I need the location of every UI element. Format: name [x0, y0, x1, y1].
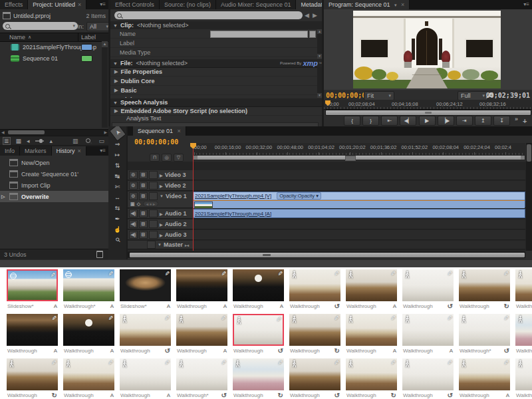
metadata-schema-row[interactable]: ▶Dublin Core — [110, 76, 317, 86]
ripple-edit-tool[interactable]: ↦ — [112, 150, 124, 160]
edit-pencil-icon[interactable]: ✎ — [277, 360, 283, 365]
edit-pencil-icon[interactable]: ✎ — [446, 360, 453, 365]
track-content-video-2[interactable] — [193, 181, 525, 191]
tab-effects[interactable]: Effects — [0, 0, 28, 9]
tab-project-untitled[interactable]: Project: Untitled× — [28, 0, 86, 9]
tab-info[interactable]: Info — [0, 146, 20, 156]
sync-lock-icon[interactable]: ⊟ — [139, 171, 148, 179]
snapshot-cell[interactable]: ✎WalkthroughA — [402, 314, 454, 355]
snapshot-thumbnail[interactable]: ✎ — [63, 314, 114, 346]
lock-toggle[interactable] — [149, 231, 158, 239]
eye-icon[interactable]: ⊙ — [129, 182, 138, 190]
project-search-input[interactable]: ▾ — [3, 22, 78, 30]
snapshot-thumbnail[interactable]: ✎ — [233, 269, 284, 301]
close-icon[interactable]: × — [78, 1, 81, 8]
timeline-ruler[interactable]: 00;0000;00;16;0000;00;32;0000;00;48;0000… — [193, 143, 525, 156]
snapshot-cell[interactable]: ✎Walkthrough↻ — [346, 358, 397, 399]
tab-metadat[interactable]: Metadat — [296, 0, 322, 9]
button-overflow-icon[interactable]: » — [515, 116, 518, 122]
sync-lock-icon[interactable]: ⊟ — [139, 231, 148, 239]
go-to-in-button[interactable]: ⇤ — [381, 116, 398, 126]
snapshot-thumbnail[interactable]: ✎ — [63, 358, 114, 390]
snapshot-thumbnail[interactable]: ✎ — [346, 358, 397, 390]
lock-toggle[interactable] — [147, 241, 156, 249]
lift-button[interactable]: ↥ — [475, 116, 491, 126]
close-icon[interactable]: × — [178, 128, 181, 134]
edit-pencil-icon[interactable]: ✎ — [446, 315, 453, 321]
snapshot-cell[interactable]: ✎WalkthroughA — [63, 314, 114, 355]
snapshot-thumbnail[interactable]: ✎ — [289, 314, 340, 346]
snapshot-thumbnail[interactable]: ✎ — [515, 314, 532, 346]
panel-menu-icon[interactable]: ▾≡ — [521, 0, 532, 9]
column-label[interactable]: Label — [81, 34, 96, 41]
panel-menu-icon[interactable]: ▾≡ — [97, 0, 108, 9]
snapshot-thumbnail[interactable]: ✎ — [120, 269, 171, 301]
edit-pencil-icon[interactable]: ✎ — [503, 360, 509, 365]
panel-menu-icon[interactable]: ▾≡ — [97, 146, 108, 156]
playhead-line[interactable] — [193, 143, 194, 251]
snapshot-cell[interactable]: ✎WalkthroughA — [176, 314, 227, 355]
snapshot-thumbnail[interactable]: ✎ — [120, 358, 171, 390]
history-item[interactable]: New/Open — [0, 157, 108, 168]
snapshot-cell[interactable]: ✎Slideshow*A — [7, 269, 58, 311]
track-header-video-2[interactable]: ⊙⊟▶Video 2 — [128, 181, 193, 191]
snapshot-cell[interactable]: ✎WalkthroughA — [63, 358, 114, 399]
snapshot-cell[interactable]: ✎Walkthrough — [515, 269, 532, 311]
snapshot-cell[interactable]: ✎Walkthrough↻ — [289, 314, 340, 355]
snapshot-thumbnail[interactable]: ✎ — [346, 269, 397, 301]
snapshot-cell[interactable]: ✎Walkthrough↺ — [402, 358, 454, 399]
zoom-out-icon[interactable]: ◂ — [27, 138, 30, 144]
tab-source-no-clips-[interactable]: Source: (no clips) — [160, 0, 216, 9]
list-view-icon[interactable]: ≣ — [3, 137, 11, 145]
timeline-current-timecode[interactable]: 00;00;00;00 — [134, 138, 178, 146]
track-expand-arrow[interactable]: ▶ — [160, 233, 163, 237]
rolling-edit-tool[interactable]: ⇅ — [112, 160, 124, 170]
program-scrollbar[interactable] — [325, 110, 531, 116]
snapshot-thumbnail[interactable]: ✎ — [233, 314, 284, 346]
edit-pencil-icon[interactable]: ✎ — [390, 315, 396, 321]
edit-pencil-icon[interactable]: ✎ — [277, 271, 283, 276]
track-content-audio-1[interactable]: 2021SampleFlyThrough.mp4 [A] — [193, 209, 525, 219]
track-content-video-1[interactable]: 2021SampleFlyThrough.mp4 [V]Opacity:Opac… — [193, 192, 525, 208]
snapshot-cell[interactable]: ✎WalkthroughA — [7, 314, 58, 355]
track-header-video-3[interactable]: ⊙⊟▶Video 3 — [128, 170, 193, 180]
snapshot-thumbnail[interactable]: ✎ — [63, 269, 114, 301]
edit-pencil-icon[interactable]: ✎ — [107, 315, 114, 321]
track-header-audio-2[interactable]: ◀)⊟▶Audio 2 — [128, 219, 193, 229]
snapshot-thumbnail[interactable]: ✎ — [459, 269, 510, 301]
show-keyframes-icon[interactable]: ◇ — [137, 201, 140, 207]
slip-tool[interactable]: ↔ — [112, 192, 124, 202]
edit-pencil-icon[interactable]: ✎ — [107, 360, 114, 365]
track-expand-arrow[interactable]: ▶ — [160, 211, 163, 216]
timeline-vscrollbar[interactable] — [526, 143, 532, 251]
marker-icon[interactable]: ▽ — [174, 154, 184, 162]
project-hscrollbar[interactable]: ◀ ▶ — [0, 129, 108, 136]
edit-pencil-icon[interactable]: ✎ — [333, 315, 340, 321]
rate-stretch-tool[interactable]: ↹ — [112, 171, 124, 181]
lock-toggle[interactable] — [149, 220, 158, 228]
snapshot-cell[interactable]: ✎Walkthrough*↺ — [176, 358, 227, 399]
snapshot-cell[interactable]: ✎Walkthrough*↺ — [459, 314, 510, 355]
edit-pencil-icon[interactable]: ✎ — [220, 360, 227, 365]
snapshot-cell[interactable]: ✎WalkthroughA — [176, 269, 227, 311]
icon-view-icon[interactable]: ▦ — [16, 138, 22, 144]
track-header-audio-1[interactable]: ◀)⊟▶Audio 1 — [128, 209, 193, 219]
track-content-master[interactable] — [193, 241, 525, 249]
in-filter-dropdown[interactable]: All▾ — [86, 22, 108, 31]
snapshot-thumbnail[interactable]: ✎ — [289, 269, 340, 301]
snapshot-cell[interactable]: ✎Slideshow*A — [120, 269, 171, 311]
play-button[interactable]: ▶ — [419, 116, 436, 126]
snapshot-cell[interactable]: ✎WalkthroughA — [233, 269, 284, 311]
track-header-video-1[interactable]: ⊙⊟▼Video 1▣◇◂ ● ▸ — [128, 192, 193, 208]
chapter-marker-icon[interactable]: ◎ — [162, 154, 172, 162]
snapshot-thumbnail[interactable]: ✎ — [7, 269, 58, 301]
history-item[interactable]: ▷Overwrite — [0, 191, 108, 202]
program-ruler[interactable]: 00;0000;02;08;0400;04;16;0800;06;24;1200… — [324, 100, 532, 110]
snapshot-thumbnail[interactable]: ✎ — [459, 314, 510, 346]
track-content-video-3[interactable] — [193, 170, 525, 180]
zoom-tool[interactable]: ⚲ — [110, 232, 125, 247]
set-display-style-icon[interactable]: ▣ — [130, 201, 135, 207]
metadata-schema-row[interactable]: ▶File Properties — [110, 67, 317, 76]
snapshot-thumbnail[interactable]: ✎ — [176, 269, 227, 301]
speaker-icon[interactable]: ◀) — [129, 209, 138, 217]
